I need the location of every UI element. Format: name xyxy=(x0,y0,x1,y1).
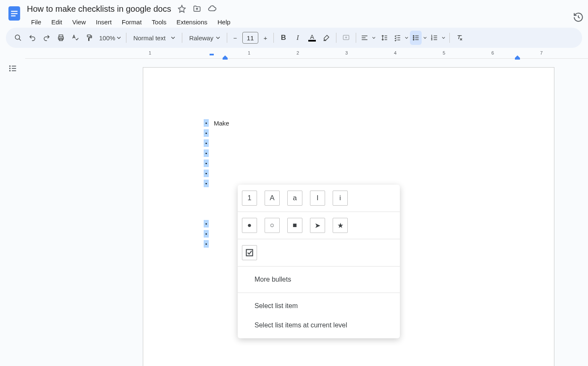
chevron-down-icon xyxy=(440,36,447,39)
separator xyxy=(273,33,274,43)
show-outline-icon[interactable] xyxy=(8,64,17,366)
separator xyxy=(182,33,182,43)
spellcheck-icon[interactable] xyxy=(68,31,82,45)
ruler-tick: 2 xyxy=(297,50,299,55)
search-icon[interactable] xyxy=(11,31,25,45)
numbered-list-icon: 123 xyxy=(428,31,440,45)
line-spacing-icon[interactable] xyxy=(377,31,391,45)
menu-bar: File Edit View Insert Format Tools Exten… xyxy=(27,17,235,27)
ruler-tick: 1 xyxy=(248,50,250,55)
chevron-down-icon xyxy=(403,36,410,39)
redo-icon[interactable] xyxy=(39,31,54,45)
bullet-checkbox-icon[interactable] xyxy=(242,245,257,260)
chevron-down-icon xyxy=(370,36,377,39)
list-preset-lower-alpha[interactable]: a xyxy=(287,191,302,206)
numbered-list-dropdown[interactable]: 123 xyxy=(428,31,447,45)
separator xyxy=(336,33,336,43)
menu-insert[interactable]: Insert xyxy=(92,17,116,27)
undo-icon[interactable] xyxy=(25,31,39,45)
align-dropdown[interactable] xyxy=(359,31,377,45)
menu-view[interactable]: View xyxy=(68,17,90,27)
menu-edit[interactable]: Edit xyxy=(47,17,66,27)
bullet-context-menu: 1 A a I i ● ○ ■ ➤ ★ More bullets xyxy=(238,185,400,338)
menu-help[interactable]: Help xyxy=(213,17,235,27)
select-list-items-current-level[interactable]: Select list items at current level xyxy=(238,316,400,335)
bulleted-list-icon xyxy=(410,31,422,45)
font-family-label: Raleway xyxy=(189,34,213,42)
bullet-marker[interactable] xyxy=(204,240,209,248)
insert-comment-icon[interactable] xyxy=(339,31,353,45)
bullet-marker[interactable] xyxy=(204,119,209,127)
checkbox-format-row xyxy=(238,239,400,267)
highlight-color-icon[interactable] xyxy=(319,31,333,45)
paint-format-icon[interactable] xyxy=(82,31,97,45)
svg-rect-16 xyxy=(210,54,214,55)
more-bullets-item[interactable]: More bullets xyxy=(238,270,400,289)
workspace: Make 1 A a I i ● xyxy=(0,59,588,366)
svg-point-4 xyxy=(15,35,20,39)
font-size-control: − + xyxy=(230,31,271,45)
separator xyxy=(356,33,356,43)
horizontal-ruler[interactable]: 1 1 2 3 4 5 6 7 xyxy=(25,50,588,59)
font-size-decrease[interactable]: − xyxy=(230,31,241,45)
cloud-status-icon[interactable] xyxy=(207,4,217,13)
bullet-marker[interactable] xyxy=(204,139,209,147)
italic-icon[interactable]: I xyxy=(291,31,305,45)
zoom-dropdown[interactable]: 100% xyxy=(97,34,123,42)
star-icon[interactable] xyxy=(177,4,186,13)
bullet-marker[interactable] xyxy=(204,159,209,167)
bullet-marker[interactable] xyxy=(204,149,209,157)
separator xyxy=(227,33,227,43)
bullet-filled-square-icon[interactable]: ■ xyxy=(287,218,302,233)
document-title[interactable]: How to make checklists in google docs xyxy=(27,4,171,14)
bullet-marker[interactable] xyxy=(204,230,209,238)
paragraph-style-label: Normal text xyxy=(133,34,165,42)
docs-logo[interactable] xyxy=(6,3,23,24)
svg-text:3: 3 xyxy=(431,38,432,41)
app-header: How to make checklists in google docs Fi… xyxy=(0,0,588,25)
page-area: Make 1 A a I i ● xyxy=(25,59,588,366)
menu-tools[interactable]: Tools xyxy=(147,17,171,27)
ruler-tick: 1 xyxy=(149,50,151,55)
version-history-icon[interactable] xyxy=(573,12,584,23)
menu-file[interactable]: File xyxy=(27,17,45,27)
select-list-item[interactable]: Select list item xyxy=(238,296,400,316)
paragraph-style-dropdown[interactable]: Normal text xyxy=(129,34,179,42)
list-preset-lower-roman[interactable]: i xyxy=(333,191,348,206)
font-size-input[interactable] xyxy=(242,32,258,44)
menu-extensions[interactable]: Extensions xyxy=(172,17,211,27)
print-icon[interactable] xyxy=(54,31,68,45)
bulleted-list-dropdown[interactable] xyxy=(410,31,428,45)
bullet-open-circle-icon[interactable]: ○ xyxy=(265,218,280,233)
text-color-icon[interactable]: A xyxy=(305,31,319,45)
bullet-marker[interactable] xyxy=(204,180,209,187)
list-item-text[interactable]: Make xyxy=(214,120,229,127)
svg-rect-2 xyxy=(11,13,17,14)
font-family-dropdown[interactable]: Raleway xyxy=(185,34,224,42)
ruler-tick: 7 xyxy=(540,50,543,55)
clear-formatting-icon[interactable] xyxy=(452,31,467,45)
svg-rect-22 xyxy=(247,250,253,256)
list-preset-upper-roman[interactable]: I xyxy=(310,191,325,206)
bold-icon[interactable]: B xyxy=(276,31,291,45)
list-preset-upper-alpha[interactable]: A xyxy=(265,191,280,206)
svg-point-12 xyxy=(413,39,414,40)
menu-format[interactable]: Format xyxy=(118,17,146,27)
ruler-tick: 3 xyxy=(345,50,348,55)
font-size-increase[interactable]: + xyxy=(260,31,271,45)
bullet-star-icon[interactable]: ★ xyxy=(333,218,348,233)
bullet-marker[interactable] xyxy=(204,220,209,227)
checklist-dropdown[interactable] xyxy=(391,31,410,45)
list-preset-decimal[interactable]: 1 xyxy=(242,191,257,206)
indent-first-line-marker[interactable] xyxy=(209,54,214,58)
bullet-filled-circle-icon[interactable]: ● xyxy=(242,218,257,233)
move-icon[interactable] xyxy=(192,4,202,13)
bullet-marker[interactable] xyxy=(204,170,209,177)
number-formats-row: 1 A a I i xyxy=(238,185,400,212)
left-gutter xyxy=(0,59,25,366)
bullet-arrow-icon[interactable]: ➤ xyxy=(310,218,325,233)
bullet-marker[interactable] xyxy=(204,129,209,137)
toolbar: 100% Normal text Raleway − + B I A xyxy=(6,28,582,48)
separator xyxy=(126,33,126,43)
svg-rect-3 xyxy=(11,16,16,16)
